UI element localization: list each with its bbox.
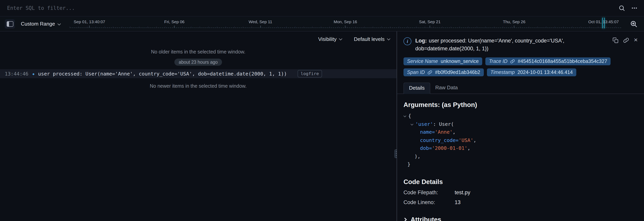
visibility-dropdown[interactable]: Visibility <box>318 36 342 42</box>
code-line[interactable]: { <box>404 112 638 120</box>
python-arguments-tree: {'user': User(name='Anne',country_code='… <box>404 112 638 169</box>
trace-id-value: #454514c0168a455a51bb4ceba354c327 <box>518 59 607 64</box>
timeline-tick-mark <box>514 25 514 27</box>
chevron-down-icon <box>387 37 390 40</box>
service-name-label: Service Name <box>407 59 438 64</box>
timeline-tick-mark <box>260 25 260 27</box>
time-range-label: Custom Range <box>21 21 55 27</box>
timeline-axis-line <box>70 27 621 28</box>
trace-id-badge[interactable]: Trace ID #454514c0168a455a51bb4ceba354c3… <box>485 57 611 65</box>
tab-details[interactable]: Details <box>404 83 430 94</box>
log-row[interactable]: 13:44:46 ◆ user processed: User(name='An… <box>0 69 396 78</box>
app-root: Custom Range Sep 01, 13:40:07Fri, Sep 06… <box>0 0 644 221</box>
chevron-down-icon <box>339 37 342 40</box>
timeline-tick-mark <box>430 25 430 27</box>
detail-panel: i Log:user processed: User(name='Anne', … <box>397 31 644 221</box>
code-line: country_code='USA', <box>404 136 638 144</box>
chevron-right-icon <box>403 218 407 221</box>
no-older-items-notice: No older items in the selected time wind… <box>0 49 396 55</box>
collapse-chevron-icon[interactable] <box>410 123 413 125</box>
sql-filter-input[interactable] <box>6 5 618 11</box>
code-lineno-row: Code Lineno: 13 <box>404 199 638 205</box>
timeline-tick-mark <box>345 25 346 27</box>
timeline-tick-label: Sep 01, 13:40:07 <box>74 19 105 24</box>
code-line: ), <box>404 152 638 160</box>
log-list-panel: Visibility Default levels No older items… <box>0 31 396 221</box>
no-newer-items-notice: No newer items in the selected time wind… <box>0 83 396 89</box>
log-controls: Visibility Default levels <box>0 31 396 44</box>
link-icon <box>428 70 432 75</box>
timeline-tick-label: Wed, Sep 11 <box>248 19 272 24</box>
timeline-tick-mark <box>89 25 90 27</box>
badge-row: Service Name unknown_service Trace ID #4… <box>404 57 638 76</box>
info-icon: i <box>404 37 411 45</box>
code-details-heading: Code Details <box>404 178 638 185</box>
detail-tabs: Details Raw Data <box>397 83 644 94</box>
log-scope-tag: logfire <box>298 70 322 77</box>
link-icon <box>510 59 515 64</box>
copy-icon[interactable] <box>612 37 618 43</box>
close-icon[interactable]: × <box>634 36 638 43</box>
code-lineno-value: 13 <box>455 199 460 205</box>
visibility-label: Visibility <box>318 36 336 42</box>
chevron-down-icon <box>58 22 61 25</box>
code-line[interactable]: 'user': User( <box>404 120 638 128</box>
detail-title: Log:user processed: User(name='Anne', co… <box>415 37 582 52</box>
timeline-tick-mark <box>174 25 174 27</box>
default-levels-label: Default levels <box>354 36 384 42</box>
detail-title-text: user processed: User(name='Anne', countr… <box>415 38 564 51</box>
code-filepath-value: test.py <box>455 189 470 195</box>
timestamp-label: Timestamp <box>490 70 515 75</box>
arguments-heading: Arguments: (as Python) <box>404 101 638 109</box>
timeline-tick-label: Mon, Sep 16 <box>334 19 357 24</box>
timestamp-badge[interactable]: Timestamp 2024-10-01 13:44:46.414 <box>487 68 576 76</box>
span-id-badge[interactable]: Span ID #b0f0d9ed1ab346b2 <box>404 68 484 76</box>
main-area: Visibility Default levels No older items… <box>0 31 644 221</box>
tab-raw-data[interactable]: Raw Data <box>430 83 463 94</box>
span-id-label: Span ID <box>407 70 425 75</box>
default-levels-dropdown[interactable]: Default levels <box>354 36 390 42</box>
trace-id-label: Trace ID <box>489 59 508 64</box>
attributes-toggle[interactable]: Attributes <box>404 216 638 221</box>
collapse-chevron-icon[interactable] <box>404 114 406 117</box>
log-timestamp: 13:44:46 <box>5 71 28 77</box>
detail-header: i Log:user processed: User(name='Anne', … <box>404 37 638 52</box>
more-menu-icon[interactable] <box>631 5 638 11</box>
code-line: dob='2000-01-01', <box>404 144 638 152</box>
service-name-value: unknown_service <box>441 59 479 64</box>
attributes-heading: Attributes <box>410 216 441 221</box>
timeline-bar: Custom Range Sep 01, 13:40:07Fri, Sep 06… <box>0 16 644 31</box>
span-id-value: #b0f0d9ed1ab346b2 <box>435 70 480 75</box>
zoom-in-icon[interactable] <box>628 19 639 28</box>
search-icon[interactable] <box>618 5 625 11</box>
code-filepath-row: Code Filepath: test.py <box>404 189 638 195</box>
timeline-tick-label: Oct 01, 13:45:07 <box>588 19 619 24</box>
timeline-tick-label: Fri, Sep 06 <box>164 19 184 24</box>
log-level-diamond-icon: ◆ <box>32 72 34 76</box>
code-line: } <box>404 160 638 169</box>
code-lineno-label: Code Lineno: <box>404 199 455 205</box>
timestamp-value: 2024-10-01 13:44:46.414 <box>518 70 573 75</box>
time-range-selector[interactable]: Custom Range <box>19 21 62 27</box>
sql-filter-bar <box>0 0 644 16</box>
timeline-tick-label: Thu, Sep 26 <box>503 19 525 24</box>
code-line: name='Anne', <box>404 128 638 136</box>
link-icon[interactable] <box>623 37 629 43</box>
detail-title-prefix: Log: <box>415 38 427 44</box>
timeline-tick-mark <box>603 25 604 27</box>
time-ago-badge: about 23 hours ago <box>174 59 222 66</box>
code-filepath-label: Code Filepath: <box>404 189 455 195</box>
sidebar-toggle-icon <box>6 21 13 26</box>
sidebar-toggle-button[interactable] <box>5 19 15 28</box>
timeline-axis[interactable]: Sep 01, 13:40:07Fri, Sep 06Wed, Sep 11Mo… <box>70 16 621 31</box>
timeline-tick-label: Sat, Sep 21 <box>419 19 441 24</box>
service-name-badge[interactable]: Service Name unknown_service <box>404 57 482 65</box>
log-message: user processed: User(name='Anne', countr… <box>38 71 287 77</box>
